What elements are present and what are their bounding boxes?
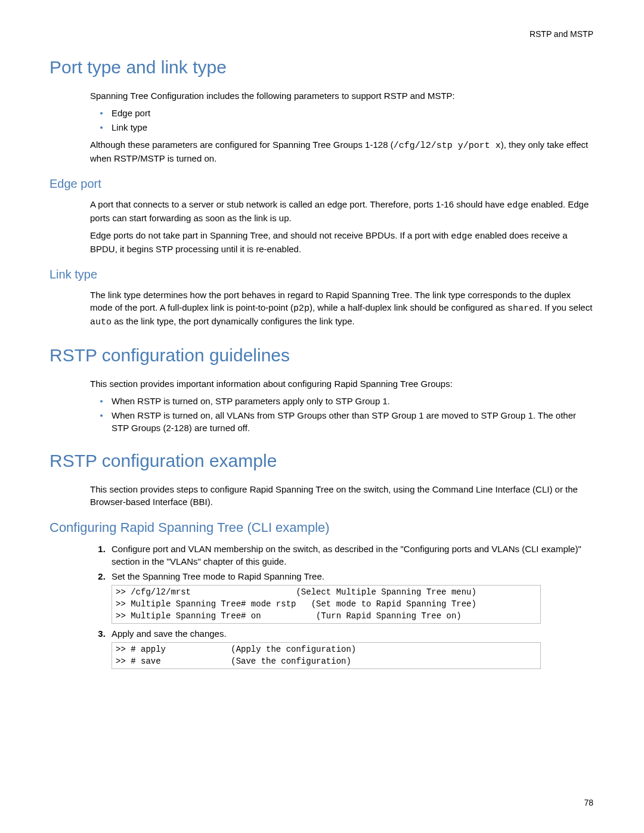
running-header: RSTP and MSTP (49, 29, 593, 41)
text-run: as the link type, the port dynamically c… (112, 316, 355, 326)
inline-code: edge (451, 231, 472, 241)
inline-code: shared (507, 304, 540, 314)
command-block: >> # apply (Apply the configuration) >> … (112, 642, 541, 669)
heading-rstp-guidelines: RSTP configuration guidelines (49, 343, 593, 368)
step-item: Set the Spanning Tree mode to Rapid Span… (108, 570, 593, 624)
command-cell: >> # apply (Apply the configuration) >> … (112, 643, 541, 669)
command-cell: >> /cfg/l2/mrst (Select Multiple Spannin… (112, 586, 541, 624)
step-text: Set the Spanning Tree mode to Rapid Span… (112, 571, 324, 581)
page-number: 78 (584, 797, 593, 809)
inline-code: edge (507, 200, 528, 210)
bullet-list: Edge port Link type (90, 107, 593, 134)
text-run: A port that connects to a server or stub… (90, 199, 507, 209)
paragraph: The link type determines how the port be… (90, 289, 593, 329)
page-container: RSTP and MSTP Port type and link type Sp… (0, 0, 644, 833)
step-item: Apply and save the changes. >> # apply (… (108, 627, 593, 669)
list-item: When RSTP is turned on, all VLANs from S… (108, 409, 593, 434)
paragraph: Edge ports do not take part in Spanning … (90, 229, 593, 255)
command-block: >> /cfg/l2/mrst (Select Multiple Spannin… (112, 585, 541, 624)
text-run: . If you select (540, 302, 592, 312)
text-run: Although these parameters are configured… (90, 140, 394, 150)
heading-link-type: Link type (49, 266, 593, 283)
list-item: Link type (108, 121, 593, 134)
heading-rstp-example: RSTP configuration example (49, 448, 593, 473)
inline-code: p2p (293, 304, 309, 314)
paragraph: This section provides important informat… (90, 377, 593, 390)
paragraph: This section provides steps to configure… (90, 483, 593, 508)
inline-code: auto (90, 317, 112, 327)
heading-edge-port: Edge port (49, 175, 593, 192)
ordered-steps: Configure port and VLAN membership on th… (90, 543, 593, 669)
step-item: Configure port and VLAN membership on th… (108, 543, 593, 568)
text-run: Edge ports do not take part in Spanning … (90, 230, 451, 240)
heading-cli-example: Configuring Rapid Spanning Tree (CLI exa… (49, 519, 593, 537)
list-item: Edge port (108, 107, 593, 119)
list-item: When RSTP is turned on, STP parameters a… (108, 395, 593, 407)
paragraph: A port that connects to a server or stub… (90, 198, 593, 224)
step-text: Apply and save the changes. (112, 628, 227, 639)
bullet-list: When RSTP is turned on, STP parameters a… (90, 395, 593, 434)
paragraph: Spanning Tree Configuration includes the… (90, 89, 593, 102)
text-run: ), while a half-duplex link should be co… (309, 302, 507, 312)
paragraph: Although these parameters are configured… (90, 138, 593, 165)
inline-code: /cfg/l2/stp y/port x (394, 141, 501, 151)
step-text: Configure port and VLAN membership on th… (112, 544, 581, 566)
heading-port-type-link-type: Port type and link type (49, 55, 593, 80)
